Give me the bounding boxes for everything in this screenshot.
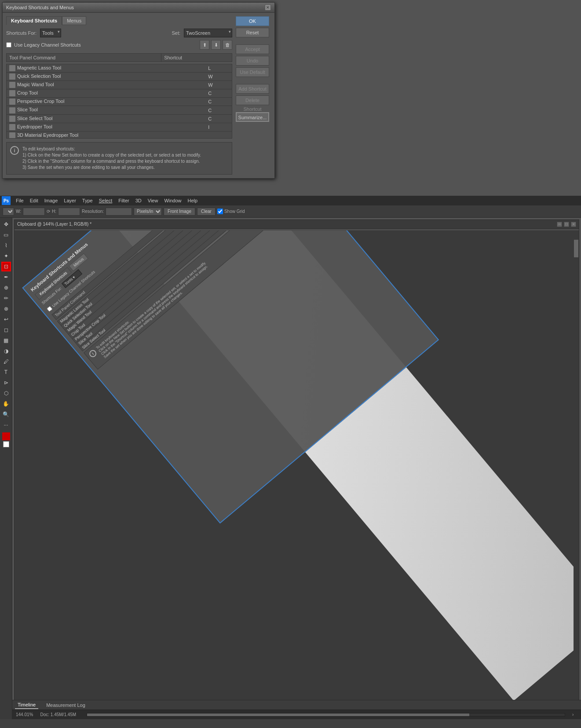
height-input[interactable]: [58, 208, 80, 216]
dialog-body: Keyboard Shortcuts Menus Shortcuts For: …: [3, 13, 274, 178]
tool-quick-select[interactable]: ✦: [1, 251, 11, 261]
tool-hand[interactable]: ✋: [1, 399, 11, 409]
table-row[interactable]: Magic Wand Tool W: [7, 81, 232, 89]
tool-shape[interactable]: ⬡: [1, 388, 11, 398]
shortcuts-for-row: Shortcuts For: Tools Set: TwoScreen: [6, 29, 232, 37]
menu-help[interactable]: Help: [185, 197, 201, 204]
tool-lasso[interactable]: ⌇: [1, 241, 11, 250]
tab-menus[interactable]: Menus: [62, 16, 86, 25]
tool-move[interactable]: ✥: [1, 219, 11, 229]
table-row[interactable]: 3D Material Eyedropper Tool: [7, 131, 232, 139]
tool-options-select-wrapper: [3, 208, 14, 216]
table-row[interactable]: Magnetic Lasso Tool L: [7, 64, 232, 73]
tool-name: Quick Selection Tool: [7, 73, 205, 81]
ok-button[interactable]: OK: [236, 16, 269, 26]
tool-icon: [9, 124, 15, 130]
save-set-icon-btn[interactable]: ⬇: [211, 40, 221, 50]
legacy-checkbox[interactable]: [6, 42, 11, 48]
tool-icon: [9, 90, 15, 96]
dialog-titlebar: Keyboard Shortcuts and Menus ✕: [3, 3, 274, 13]
tool-name: Eyedropper Tool: [7, 123, 205, 131]
resolution-input[interactable]: [106, 208, 132, 216]
tool-pen[interactable]: 🖊: [1, 357, 11, 366]
width-input[interactable]: [23, 208, 45, 216]
tool-eraser[interactable]: ◻: [1, 325, 11, 335]
summarize-button[interactable]: Summarize...: [236, 112, 269, 122]
reset-button[interactable]: Reset: [236, 28, 269, 37]
tool-crop[interactable]: ⊡: [1, 262, 11, 271]
set-label: Set:: [172, 30, 180, 36]
menu-layer[interactable]: Layer: [61, 197, 79, 204]
use-default-button[interactable]: Use Default: [236, 67, 269, 77]
show-grid-checkbox[interactable]: [217, 209, 223, 214]
clear-button[interactable]: Clear: [197, 208, 216, 216]
menu-filter[interactable]: Filter: [116, 197, 132, 204]
rotate-icon: ⟳: [47, 209, 50, 214]
doc-close-btn[interactable]: ×: [571, 222, 576, 227]
background-color[interactable]: [3, 441, 9, 447]
timeline-tab[interactable]: Timeline: [15, 701, 38, 709]
tool-preset-select[interactable]: [3, 208, 14, 216]
new-set-icon-btn[interactable]: ⬆: [200, 40, 209, 50]
table-row[interactable]: Slice Select Tool C: [7, 114, 232, 123]
zoom-level: 144.01%: [16, 712, 33, 717]
table-row[interactable]: Eyedropper Tool I: [7, 123, 232, 131]
tool-dodge[interactable]: ◑: [1, 346, 11, 356]
doc-maximize-btn[interactable]: □: [564, 222, 569, 227]
tool-history[interactable]: ↩: [1, 315, 11, 324]
close-button[interactable]: ✕: [265, 4, 271, 11]
tool-eyedropper[interactable]: ✒: [1, 272, 11, 282]
accept-button[interactable]: Accept: [236, 44, 269, 54]
shortcuts-for-select[interactable]: Tools: [40, 29, 61, 37]
tool-more[interactable]: ···: [1, 420, 11, 430]
menu-3d[interactable]: 3D: [133, 197, 144, 204]
tool-marquee[interactable]: ▭: [1, 230, 11, 240]
table-row[interactable]: Quick Selection Tool W: [7, 73, 232, 81]
table-row[interactable]: Perspective Crop Tool C: [7, 98, 232, 106]
scroll-bar[interactable]: [87, 713, 565, 717]
tool-patch[interactable]: ⊕: [1, 283, 11, 293]
shortcuts-for-select-wrapper: Tools: [40, 29, 61, 37]
table-row[interactable]: Crop Tool C: [7, 89, 232, 98]
legacy-checkbox-label: Use Legacy Channel Shortcuts: [14, 42, 81, 48]
shortcuts-table: Magnetic Lasso Tool L Quick Selection To…: [7, 64, 232, 139]
table-row[interactable]: Slice Tool C: [7, 106, 232, 114]
front-image-button[interactable]: Front Image: [164, 208, 195, 216]
set-select[interactable]: TwoScreen: [184, 29, 232, 37]
add-shortcut-button[interactable]: Add Shortcut: [236, 84, 269, 94]
set-select-wrapper: TwoScreen: [184, 29, 232, 37]
tool-path[interactable]: ⊳: [1, 378, 11, 388]
tab-keyboard-shortcuts[interactable]: Keyboard Shortcuts: [6, 16, 62, 25]
ps-logo: Ps: [2, 196, 11, 205]
doc-controls: ─ □ ×: [557, 222, 576, 227]
undo-button[interactable]: Undo: [236, 56, 269, 66]
menu-window[interactable]: Window: [161, 197, 184, 204]
delete-shortcut-button[interactable]: Delete Shortcut: [236, 95, 269, 105]
tool-brush[interactable]: ✏: [1, 293, 11, 303]
foreground-color[interactable]: [2, 432, 10, 440]
dialog-title: Keyboard Shortcuts and Menus: [6, 5, 74, 10]
menu-view[interactable]: View: [145, 197, 161, 204]
tool-gradient[interactable]: ▦: [1, 336, 11, 345]
shortcuts-table-container[interactable]: Magnetic Lasso Tool L Quick Selection To…: [6, 64, 232, 139]
delete-set-icon-btn[interactable]: 🗑: [223, 40, 232, 50]
menu-type[interactable]: Type: [80, 197, 95, 204]
measurement-log-tab[interactable]: Measurement Log: [44, 702, 88, 709]
doc-info: Doc: 1.45M/1.45M: [40, 712, 76, 717]
menu-edit[interactable]: Edit: [27, 197, 41, 204]
menu-select[interactable]: Select: [96, 197, 115, 204]
menu-file[interactable]: File: [13, 197, 26, 204]
tool-text[interactable]: T: [1, 367, 11, 377]
doc-minimize-btn[interactable]: ─: [557, 222, 562, 227]
tool-stamp[interactable]: ⊗: [1, 304, 11, 314]
scroll-right[interactable]: ›: [572, 712, 577, 717]
tool-shortcut: W: [205, 81, 232, 89]
tab-row: Keyboard Shortcuts Menus: [6, 16, 232, 25]
tool-zoom[interactable]: 🔍: [1, 410, 11, 419]
tool-name: Crop Tool: [7, 89, 205, 98]
ps-menubar: Ps File Edit Image Layer Type Select Fil…: [0, 196, 581, 205]
tool-shortcut: C: [205, 114, 232, 123]
info-text: To edit keyboard shortcuts: 1) Click on …: [22, 146, 201, 171]
menu-image[interactable]: Image: [42, 197, 61, 204]
resolution-unit-select[interactable]: Pixels/in: [134, 208, 162, 216]
